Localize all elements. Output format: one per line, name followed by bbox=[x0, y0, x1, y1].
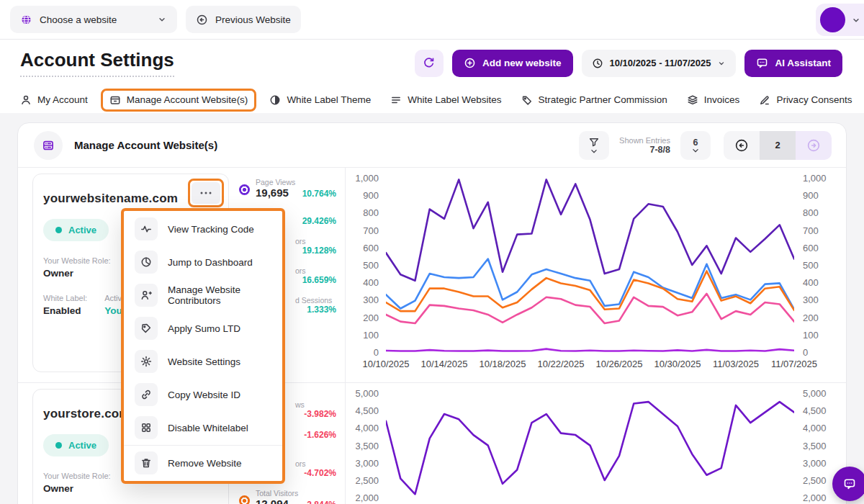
menu-item-manage-website-contributors[interactable]: Manage Website Contributors bbox=[124, 279, 282, 312]
series-line-dark-purple bbox=[386, 179, 794, 280]
y-tick-label: 300 bbox=[803, 294, 819, 305]
x-tick-label: 10/18/2025 bbox=[479, 359, 526, 369]
card-title: Manage Account Website(s) bbox=[74, 139, 217, 151]
tab-manage-account-website-s[interactable]: Manage Account Website(s) bbox=[101, 89, 257, 112]
stat-change: 16.659% bbox=[302, 275, 336, 285]
x-tick-label: 10/30/2025 bbox=[654, 359, 701, 369]
y-axis-left: 1,0009008007006005004003002001000 bbox=[348, 178, 386, 352]
chat-fab-button[interactable] bbox=[832, 467, 864, 501]
header-actions: Add new website 10/10/2025 - 11/07/2025 … bbox=[415, 50, 844, 77]
status-badge: Active bbox=[43, 219, 109, 241]
arrow-left-circle-icon bbox=[196, 14, 208, 26]
previous-page-button[interactable] bbox=[724, 131, 760, 160]
choose-website-dropdown[interactable]: Choose a website bbox=[10, 6, 177, 33]
status-dot-icon bbox=[55, 227, 62, 233]
tab-strategic-partner-commission[interactable]: Strategic Partner Commission bbox=[521, 94, 667, 106]
stat-change: -3.982% bbox=[304, 409, 336, 419]
series-marker-icon bbox=[239, 184, 250, 195]
menu-item-label: Copy Website ID bbox=[168, 390, 240, 400]
menu-item-copy-website-id[interactable]: Copy Website ID bbox=[124, 378, 282, 411]
shown-entries-value: 7-8/8 bbox=[619, 145, 670, 155]
menu-item-remove-website[interactable]: Remove Website bbox=[124, 446, 282, 480]
user-menu[interactable] bbox=[816, 4, 864, 36]
pen-icon bbox=[759, 94, 770, 106]
y-tick-label: 3,000 bbox=[355, 457, 379, 468]
x-tick-label: 10/10/2025 bbox=[362, 359, 409, 369]
website-actions-menu: View Tracking CodeJump to DashboardManag… bbox=[121, 208, 285, 484]
next-page-button[interactable] bbox=[796, 131, 832, 160]
col2-value[interactable]: You bbox=[104, 305, 122, 316]
arrow-left-circle-icon bbox=[734, 138, 749, 153]
role-value: Owner bbox=[43, 483, 218, 494]
menu-item-label: Remove Website bbox=[168, 458, 242, 469]
filter-button[interactable] bbox=[579, 131, 609, 160]
y-tick-label: 1,000 bbox=[355, 173, 379, 184]
y-tick-label: 2,000 bbox=[803, 492, 827, 503]
y-tick-label: 700 bbox=[803, 225, 819, 235]
previous-website-button[interactable]: Previous Website bbox=[186, 6, 301, 33]
contrast-icon bbox=[269, 94, 281, 106]
menu-item-apply-sumo-ltd[interactable]: Apply Sumo LTD bbox=[124, 312, 282, 345]
y-tick-label: 600 bbox=[803, 242, 819, 253]
topbar: Choose a website Previous Website bbox=[0, 0, 864, 40]
menu-item-view-tracking-code[interactable]: View Tracking Code bbox=[124, 212, 282, 246]
tab-my-account[interactable]: My Account bbox=[20, 94, 88, 106]
date-range-picker[interactable]: 10/10/2025 - 11/07/2025 bbox=[582, 50, 737, 77]
add-new-website-button[interactable]: Add new website bbox=[452, 50, 573, 77]
tab-label: Privacy Consents bbox=[776, 94, 852, 105]
page-title: Account Settings bbox=[20, 49, 174, 77]
y-tick-label: 200 bbox=[363, 312, 379, 323]
chevron-down-icon bbox=[717, 59, 726, 68]
y-tick-label: 3,500 bbox=[355, 440, 379, 451]
plot bbox=[386, 178, 794, 352]
tab-privacy-consents[interactable]: Privacy Consents bbox=[759, 94, 852, 106]
x-tick-label: 11/07/2025 bbox=[771, 359, 817, 369]
stat-label: Page Views bbox=[256, 175, 336, 186]
page-size-select[interactable]: 6 bbox=[680, 131, 711, 160]
menu-item-disable-whitelabel[interactable]: Disable Whitelabel bbox=[124, 411, 282, 444]
highlight-box bbox=[188, 179, 224, 207]
y-tick-label: 3,500 bbox=[803, 440, 827, 451]
col2-label: Activ bbox=[104, 294, 122, 302]
white-label-value: Enabled bbox=[43, 305, 87, 316]
chevron-down-icon bbox=[157, 14, 167, 24]
stat-value: 19,695 bbox=[256, 186, 289, 199]
y-tick-label: 300 bbox=[363, 294, 379, 305]
y-axis-right: 5,0004,5004,0003,5003,0002,5002,0001,500… bbox=[794, 393, 834, 504]
card-header-controls: Shown Entries 7-8/8 6 2 bbox=[579, 131, 832, 160]
y-tick-label: 600 bbox=[363, 242, 379, 253]
stat-change: -1.626% bbox=[304, 430, 336, 440]
stat-change: 10.764% bbox=[302, 189, 336, 199]
x-tick-label: 10/22/2025 bbox=[537, 359, 584, 369]
menu-item-label: Apply Sumo LTD bbox=[168, 323, 240, 334]
page-size-value: 6 bbox=[693, 138, 698, 148]
series-line-violet-low bbox=[386, 349, 794, 351]
y-tick-label: 400 bbox=[363, 277, 379, 288]
tab-white-label-theme[interactable]: White Label Theme bbox=[269, 94, 371, 106]
website-traffic-chart: 5,0004,5004,0003,5003,0002,5002,0001,500… bbox=[346, 383, 846, 504]
layers-icon bbox=[687, 94, 698, 106]
chevron-down-icon bbox=[692, 148, 699, 153]
ai-assistant-button[interactable]: AI Assistant bbox=[744, 50, 842, 77]
link-icon bbox=[135, 383, 158, 406]
tab-label: Invoices bbox=[704, 94, 740, 105]
white-label-label: White Label: bbox=[43, 294, 87, 302]
stat-change: 19.128% bbox=[302, 246, 336, 256]
y-tick-label: 0 bbox=[374, 347, 379, 358]
shown-entries: Shown Entries 7-8/8 bbox=[619, 136, 670, 155]
arrow-right-circle-icon bbox=[806, 138, 821, 153]
menu-item-jump-to-dashboard[interactable]: Jump to Dashboard bbox=[124, 246, 282, 279]
chevron-down-icon bbox=[851, 15, 861, 25]
tab-invoices[interactable]: Invoices bbox=[687, 94, 740, 106]
menu-item-label: Disable Whitelabel bbox=[168, 423, 248, 433]
tab-white-label-websites[interactable]: White Label Websites bbox=[390, 94, 501, 106]
website-actions-button[interactable] bbox=[192, 182, 220, 204]
refresh-button[interactable] bbox=[415, 50, 444, 77]
chevron-down-icon bbox=[590, 149, 598, 154]
menu-item-website-settings[interactable]: Website Settings bbox=[124, 345, 282, 378]
y-tick-label: 100 bbox=[803, 329, 819, 340]
date-range-value: 10/10/2025 - 11/07/2025 bbox=[610, 58, 711, 68]
trash-icon bbox=[135, 451, 158, 474]
chat-bubble-icon bbox=[842, 477, 857, 491]
y-tick-label: 0 bbox=[803, 347, 808, 358]
